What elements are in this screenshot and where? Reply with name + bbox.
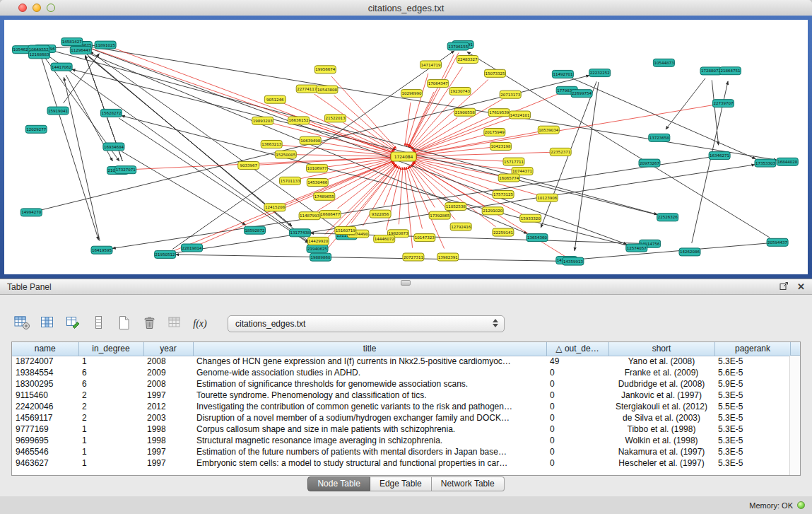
graph-edge[interactable] [176,255,564,261]
graph-node[interactable]: 15160719 [335,227,356,235]
graph-node[interactable]: 21864751 [719,67,741,75]
cell-in_degree[interactable]: 1 [78,424,143,435]
cell-name[interactable]: 9115460 [12,390,78,401]
cell-short[interactable]: Jankovic et al. (1997) [608,390,714,401]
graph-edge[interactable] [42,58,99,240]
close-panel-icon[interactable]: ✕ [797,282,805,291]
cell-title[interactable]: Structural magnetic resonance image aver… [193,435,546,446]
graph-node[interactable]: 10544873 [653,59,674,66]
graph-edge[interactable] [295,155,393,157]
graph-edge[interactable] [281,145,393,156]
column-header-short[interactable]: short [608,342,714,356]
graph-edge[interactable] [414,159,500,177]
cell-name[interactable]: 9465546 [12,446,78,457]
graph-node[interactable]: 16934684 [103,143,124,151]
graph-node[interactable]: 21900558 [454,108,476,116]
graph-edge[interactable] [577,243,768,259]
column-header-out_degree[interactable]: △ out_de… [546,342,608,356]
table-row[interactable]: 1938455462009Genome-wide association stu… [12,367,791,378]
graph-node[interactable]: 17353303 [755,159,776,167]
graph-node[interactable]: 22352371 [550,148,571,156]
cell-in_degree[interactable]: 2 [78,401,143,412]
cell-short[interactable]: Tibbo et al. (1998) [608,424,714,435]
column-header-name[interactable]: name [12,342,78,356]
graph-edge[interactable] [64,77,100,241]
cell-year[interactable]: 1998 [143,424,193,435]
graph-edge[interactable] [571,78,755,159]
graph-node[interactable]: 16419595 [91,246,112,254]
graph-node[interactable]: 18592872 [245,226,266,234]
column-header-title[interactable]: title [193,342,546,356]
graph-node[interactable]: 14714719 [420,61,442,69]
graph-node[interactable]: 15933320 [520,214,541,222]
network-select-dropdown[interactable]: citations_edges.txt [228,315,505,332]
graph-node[interactable]: 11487993 [299,212,320,220]
graph-node[interactable]: 19956674 [314,66,336,74]
import-table-button[interactable] [165,315,184,333]
cell-out_degree[interactable]: 49 [546,356,608,367]
cell-year[interactable]: 1998 [143,435,193,446]
graph-node[interactable]: 12792416 [450,223,471,230]
graph-node[interactable]: 9051246 [264,95,286,103]
graph-edge[interactable] [409,67,462,148]
graph-edge[interactable] [81,45,394,153]
graph-node[interactable]: 10423198 [490,143,512,151]
graph-edge[interactable] [413,94,558,153]
cell-short[interactable]: Dudbridge et al. (2008) [608,378,714,390]
graph-node[interactable]: 15919041 [47,107,69,115]
graph-edge[interactable] [399,168,403,225]
graph-node[interactable]: 20973267 [639,159,660,167]
cell-out_degree[interactable]: 0 [546,378,608,390]
cell-pagerank[interactable]: 5.9E-5 [714,378,791,390]
graph-node[interactable]: 20594437 [767,238,788,246]
cell-pagerank[interactable]: 5.3E-5 [714,412,791,424]
graph-edge[interactable] [406,167,423,229]
graph-edge[interactable] [413,160,495,192]
graph-edge[interactable] [408,92,434,147]
cell-title[interactable]: Estimation of the future numbers of pati… [193,446,546,457]
graph-node[interactable]: 22774117 [296,85,317,93]
graph-node[interactable]: 21940625 [307,245,328,252]
cell-year[interactable]: 2003 [143,412,193,424]
cell-pagerank[interactable]: 5.3E-5 [714,356,791,367]
cell-short[interactable]: de Silva et al. (2003) [608,412,714,424]
graph-node[interactable]: 16636152 [288,117,310,124]
cell-year[interactable]: 2008 [143,356,193,367]
graph-node[interactable]: 21291020 [482,207,503,215]
graph-node[interactable]: 19893203 [252,117,273,124]
graph-node[interactable]: 17327071 [115,166,136,174]
graph-node[interactable]: 10106977 [307,164,328,172]
graph-edge[interactable] [405,103,411,146]
cell-in_degree[interactable]: 2 [78,390,143,401]
graph-node[interactable]: 17064347 [428,80,449,88]
cell-pagerank[interactable]: 5.5E-5 [714,401,791,412]
graph-node[interactable]: 15073325 [485,69,506,77]
cell-in_degree[interactable]: 1 [78,457,143,469]
graph-node[interactable]: 14530466 [307,179,328,187]
graph-node[interactable]: 17392865 [429,211,450,219]
graph-node[interactable]: 13982391 [437,253,459,261]
graph-node[interactable]: 12415208 [264,204,286,211]
cell-name[interactable]: 9699695 [12,435,78,446]
table-row[interactable]: 1872400712008Changes of HCN gene express… [12,356,791,367]
column-header-year[interactable]: year [143,342,193,356]
graph-node[interactable]: 17288072 [700,67,722,75]
table-row[interactable]: 977716911998Corpus callosum shape and si… [12,424,791,435]
cell-year[interactable]: 1997 [143,457,193,469]
table-row[interactable]: 969969511998Structural magnetic resonanc… [12,435,791,446]
cell-year[interactable]: 2008 [143,378,193,390]
cell-name[interactable]: 9463627 [12,457,78,469]
float-panel-icon[interactable] [779,281,789,293]
graph-node[interactable]: 14581427 [61,38,83,46]
graph-node[interactable]: 14417062 [51,63,72,71]
graph-node[interactable]: 9033967 [238,162,259,170]
cell-out_degree[interactable]: 0 [546,412,608,424]
graph-node[interactable]: 19230743 [449,88,471,95]
graph-node[interactable]: 10123906 [536,194,558,201]
zoom-window-button[interactable] [47,4,55,12]
new-file-button[interactable] [114,315,133,333]
tab-network-table[interactable]: Network Table [432,477,505,491]
graph-node[interactable]: 15628272 [100,109,122,117]
cell-title[interactable]: Genome-wide association studies in ADHD. [193,367,546,378]
graph-node[interactable]: 9322856 [370,210,391,218]
